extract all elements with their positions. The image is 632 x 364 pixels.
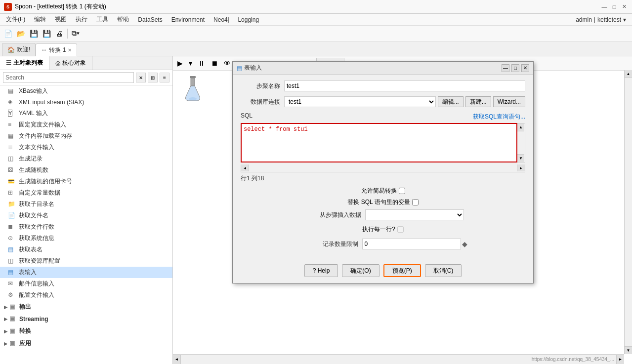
menu-datasets[interactable]: DataSets (134, 15, 166, 24)
list-item[interactable]: YAML 输入 (0, 108, 172, 119)
maximize-button[interactable]: □ (610, 3, 618, 11)
sidebar-group-apply[interactable]: ▶ 应用 (0, 337, 172, 350)
list-item[interactable]: 获取子目录名 (0, 199, 172, 210)
run-button[interactable]: ▶ (175, 57, 185, 69)
list-item[interactable]: 获取文件名 (0, 210, 172, 221)
tab-close-icon[interactable]: ✕ (68, 47, 72, 53)
exec-each-row-checkbox[interactable] (397, 226, 404, 233)
new-conn-button[interactable]: 新建... (465, 96, 491, 107)
list-item[interactable]: 生成记录 (0, 153, 172, 164)
scroll-right-btn[interactable]: ► (517, 164, 525, 171)
sidebar-item-label: 邮件信息输入 (19, 280, 54, 288)
run-dropdown-btn[interactable]: ▾ (186, 57, 195, 69)
list-item[interactable]: 获取系统信息 (0, 233, 172, 244)
row-col-info: 行1 列18 (241, 174, 525, 183)
db-conn-select[interactable]: test1 (284, 96, 436, 107)
scroll-down-btn[interactable]: ▼ (517, 154, 524, 162)
search-filter-btn[interactable]: ≡ (160, 73, 169, 82)
menu-edit[interactable]: 编辑 (30, 14, 50, 25)
get-sql-btn[interactable]: 获取SQL查询语句... (473, 113, 525, 121)
insert-from-step-select[interactable] (365, 209, 464, 220)
close-button[interactable]: ✕ (620, 3, 628, 11)
dialog-maximize-btn[interactable]: □ (511, 64, 519, 72)
help-button[interactable]: ? Help (304, 264, 338, 277)
search-options-btn[interactable]: ⊞ (148, 73, 158, 82)
list-item[interactable]: 获取文件行数 (0, 221, 172, 233)
sidebar-group-output[interactable]: ▶ 输出 (0, 301, 172, 313)
sidebar-item-label: 获取资源库配置 (19, 257, 60, 265)
toolbar-sep-1 (67, 29, 68, 39)
menu-logging[interactable]: Logging (234, 15, 263, 24)
preview-button[interactable]: 预览(P) (383, 264, 421, 277)
step-name-input[interactable] (284, 81, 525, 91)
sidebar-item-label: 获取子目录名 (19, 200, 54, 208)
save-as-btn[interactable]: 💾 (41, 28, 52, 40)
list-item[interactable]: 配置文件输入 (0, 289, 172, 301)
menu-file[interactable]: 文件(F) (2, 14, 29, 25)
menu-view[interactable]: 视图 (51, 14, 71, 25)
list-item[interactable]: 固定宽度文件输入 (0, 119, 172, 130)
ok-button[interactable]: 确定(O) (342, 264, 379, 277)
menu-environment[interactable]: Environment (168, 15, 209, 24)
canvas-scroll-right[interactable]: ► (616, 355, 624, 364)
list-item[interactable]: XML input stream (StAX) (0, 97, 172, 108)
user-info: admin | kettletest ▾ (576, 16, 630, 23)
save-btn[interactable]: 💾 (28, 28, 40, 40)
sidebar-tab-core[interactable]: ◎ 核心对象 (49, 56, 92, 70)
sidebar-tab-main[interactable]: ☰ 主对象列表 (0, 56, 49, 70)
project-name[interactable]: kettletest (597, 16, 621, 23)
scroll-up-btn[interactable]: ▲ (517, 123, 524, 131)
menu-tools[interactable]: 工具 (92, 14, 112, 25)
pause-button[interactable]: ⏸ (196, 57, 208, 69)
record-limit-input[interactable] (362, 239, 461, 249)
search-clear-btn[interactable]: ✕ (136, 73, 146, 82)
minimize-button[interactable]: — (600, 3, 608, 11)
sidebar-item-label: 获取系统信息 (19, 234, 54, 243)
flask-icon (183, 76, 203, 103)
list-item[interactable]: 获取表名 (0, 244, 172, 255)
menu-neo4j[interactable]: Neo4j (210, 15, 233, 24)
exec-each-row-label: 执行每一行? (362, 225, 395, 234)
sidebar-group-transform[interactable]: ▶ 转换 (0, 325, 172, 337)
replace-vars-checkbox[interactable] (412, 199, 419, 205)
list-item[interactable]: 自定义常量数据 (0, 187, 172, 199)
layers-btn[interactable]: ⧉▾ (70, 28, 82, 40)
dialog-minimize-btn[interactable]: — (502, 64, 509, 72)
flask-step[interactable] (183, 76, 203, 105)
tab-welcome[interactable]: 🏠 欢迎! (2, 43, 36, 56)
tab-transform[interactable]: ↔ 转换 1 ✕ (36, 43, 77, 56)
list-item-tableinput[interactable]: 表输入 (0, 267, 172, 278)
menu-execute[interactable]: 执行 (72, 14, 91, 25)
sidebar-group-streaming[interactable]: ▶ Streaming (0, 313, 172, 325)
eye-button[interactable]: 👁 (221, 57, 233, 69)
list-item[interactable]: 邮件信息输入 (0, 278, 172, 289)
print-btn[interactable]: 🖨 (53, 28, 65, 40)
allow-simple-convert-checkbox[interactable] (399, 188, 405, 194)
dropdown-icon[interactable]: ▾ (623, 16, 626, 23)
expand-arrow-icon: ▶ (4, 317, 7, 322)
list-item[interactable]: 文本文件输入 (0, 142, 172, 153)
open-btn[interactable]: 📂 (15, 28, 27, 40)
new-file-btn[interactable]: 📄 (2, 28, 14, 40)
canvas-scroll-left[interactable]: ◄ (173, 355, 181, 364)
canvas-scroll-down[interactable]: ▼ (625, 346, 632, 354)
wizard-button[interactable]: Wizard... (493, 96, 525, 107)
scroll-left-btn[interactable]: ◄ (241, 164, 249, 171)
canvas-scroll-up[interactable]: ▲ (625, 70, 632, 78)
list-item[interactable]: 生成随机的信用卡号 (0, 176, 172, 187)
stop-button[interactable]: ⏹ (209, 57, 220, 69)
list-item[interactable]: 获取资源库配置 (0, 255, 172, 267)
sql-content[interactable]: select * from stu1 (242, 124, 516, 135)
list-item[interactable]: 文件内容加载至内存 (0, 130, 172, 142)
list-item[interactable]: XBase输入 (0, 85, 172, 97)
expand-arrow-icon: ▶ (4, 305, 7, 310)
main-toolbar: 📄 📂 💾 💾 🖨 ⧉▾ (0, 26, 632, 41)
search-input[interactable] (3, 72, 134, 83)
list-item[interactable]: 生成随机数 (0, 164, 172, 176)
sql-label: SQL (241, 112, 253, 119)
dialog-close-btn[interactable]: ✕ (521, 64, 529, 72)
edit-conn-button[interactable]: 编辑... (438, 96, 463, 107)
sql-scrollbar-h: ◄ ► (241, 164, 525, 172)
menu-help[interactable]: 帮助 (113, 14, 133, 25)
cancel-button[interactable]: 取消(C) (425, 264, 462, 277)
